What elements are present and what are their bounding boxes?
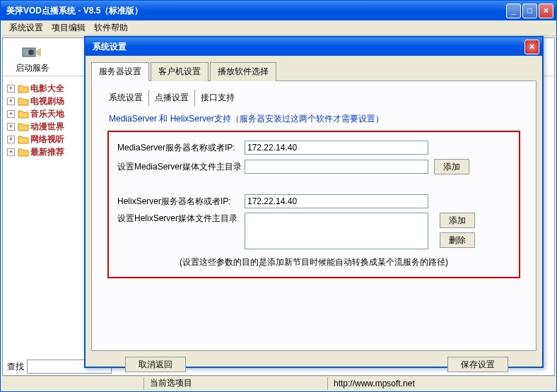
settings-dialog: 系统设置 × 服务器设置 客户机设置 播放软件选择 系统设置 点播设置 接口支持… [84, 36, 544, 368]
group-title: MediaServer 和 HelixServer支持（服务器安装过这两个软件才… [109, 113, 519, 125]
dialog-footer: 取消返回 保存设置 [91, 351, 537, 372]
folder-icon [18, 83, 29, 93]
top-tabs: 服务器设置 客户机设置 播放软件选择 [91, 61, 537, 81]
helix-ip-input[interactable] [245, 194, 428, 208]
dialog-title: 系统设置 [88, 41, 524, 53]
main-window: 美萍VOD点播系统 - V8.5（标准版） _ □ × 系统设置 项目编辑 软件… [0, 0, 557, 392]
helix-add-button[interactable]: 添加 [440, 213, 475, 228]
menubar: 系统设置 项目编辑 软件帮助 [1, 20, 556, 36]
menu-help[interactable]: 软件帮助 [90, 22, 132, 34]
camera-icon [21, 42, 44, 62]
cancel-button[interactable]: 取消返回 [125, 357, 186, 372]
menu-system[interactable]: 系统设置 [5, 22, 47, 34]
folder-icon [18, 121, 29, 131]
expand-icon[interactable]: + [7, 110, 15, 118]
start-service-button[interactable]: 启动服务 [10, 41, 55, 76]
media-dir-label: 设置MediaServer媒体文件主目录 [117, 161, 245, 173]
helix-dir-list[interactable] [245, 213, 428, 249]
media-ip-input[interactable] [245, 141, 428, 155]
save-button[interactable]: 保存设置 [447, 357, 508, 372]
media-dir-input[interactable] [245, 160, 428, 174]
media-ip-label: MediaServer服务器名称或者IP: [117, 142, 245, 154]
helix-ip-label: HelixServer服务器名称或者IP: [117, 196, 245, 208]
tab-server[interactable]: 服务器设置 [91, 62, 149, 81]
folder-icon [18, 147, 29, 157]
statusbar: 当前选项目 http://www.mpsoft.net [2, 376, 555, 390]
close-button[interactable]: × [539, 4, 553, 18]
expand-icon[interactable]: + [7, 85, 15, 93]
folder-icon [18, 96, 29, 106]
expand-icon[interactable]: + [7, 136, 15, 143]
settings-hint: (设置这些参数的目的是添加新节目时候能自动转换成某个流服务的路径) [117, 256, 510, 268]
media-add-button[interactable]: 添加 [434, 159, 469, 174]
folder-icon [18, 109, 29, 119]
expand-icon[interactable]: + [7, 148, 15, 156]
subtab-vod[interactable]: 点播设置 [149, 90, 195, 106]
tab-panel: 系统设置 点播设置 接口支持 MediaServer 和 HelixServer… [91, 81, 537, 351]
main-titlebar: 美萍VOD点播系统 - V8.5（标准版） _ □ × [1, 1, 556, 20]
settings-group: MediaServer服务器名称或者IP: 设置MediaServer媒体文件主… [107, 131, 520, 278]
tab-player[interactable]: 播放软件选择 [210, 62, 276, 81]
status-url: http://www.mpsoft.net [327, 377, 421, 390]
search-label: 查找 [7, 361, 24, 373]
subtab-port[interactable]: 接口支持 [195, 90, 240, 106]
expand-icon[interactable]: + [7, 123, 15, 131]
expand-icon[interactable]: + [7, 97, 15, 105]
window-title: 美萍VOD点播系统 - V8.5（标准版） [4, 5, 506, 17]
helix-dir-label: 设置HelixServer媒体文件主目录 [117, 213, 245, 225]
menu-project[interactable]: 项目编辑 [47, 22, 90, 34]
dialog-titlebar: 系统设置 × [86, 37, 542, 56]
status-current: 当前选项目 [143, 377, 327, 390]
minimize-button[interactable]: _ [506, 4, 521, 18]
maximize-button[interactable]: □ [522, 4, 537, 18]
tab-client[interactable]: 客户机设置 [151, 62, 209, 81]
start-service-label: 启动服务 [16, 62, 49, 74]
helix-del-button[interactable]: 删除 [440, 232, 475, 248]
svg-point-1 [28, 49, 34, 55]
sub-tabs: 系统设置 点播设置 接口支持 [103, 90, 524, 106]
subtab-system[interactable]: 系统设置 [103, 90, 149, 106]
folder-icon [18, 134, 29, 144]
dialog-close-button[interactable]: × [524, 40, 539, 54]
